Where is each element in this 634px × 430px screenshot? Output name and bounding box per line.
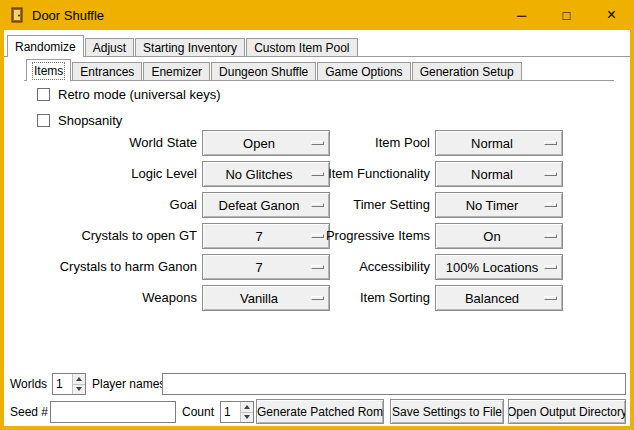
tab-entrances-label: Entrances	[80, 65, 134, 79]
progressive-items-value: On	[483, 229, 514, 244]
tab-custom-item-pool[interactable]: Custom Item Pool	[246, 38, 357, 56]
tab-entrances[interactable]: Entrances	[72, 62, 142, 80]
title-bar[interactable]: Door Shuffle ─ □ ×	[0, 0, 634, 30]
client-area: Randomize Adjust Starting Inventory Cust…	[4, 30, 630, 426]
tab-items-label: Items	[34, 64, 63, 78]
worlds-input[interactable]	[53, 374, 72, 394]
count-spin-down-button[interactable]	[241, 413, 253, 423]
dropdown-indicator-icon	[544, 172, 557, 176]
tab-starting-inventory[interactable]: Starting Inventory	[135, 38, 245, 56]
progressive-items-label: Progressive Items	[244, 223, 430, 249]
spin-up-icon	[76, 377, 82, 381]
item-sorting-label: Item Sorting	[244, 285, 430, 311]
tab-generation-setup-label: Generation Setup	[420, 65, 514, 79]
tab-game-options-label: Game Options	[325, 65, 402, 79]
secondary-notebook-border	[24, 80, 614, 81]
item-functionality-value: Normal	[471, 167, 527, 182]
spin-up-icon	[244, 405, 250, 409]
tab-adjust-label: Adjust	[93, 41, 126, 55]
seed-label: Seed #	[10, 400, 48, 424]
weapons-label: Weapons	[4, 285, 197, 311]
item-pool-value: Normal	[471, 136, 527, 151]
secondary-tabstrip: Items Entrances Enemizer Dungeon Shuffle…	[26, 59, 523, 81]
accessibility-dropdown[interactable]: 100% Locations	[435, 254, 563, 280]
goal-label: Goal	[4, 192, 197, 218]
worlds-spinbox	[52, 373, 86, 395]
tab-starting-inventory-label: Starting Inventory	[143, 41, 237, 55]
checkbox-unchecked-icon	[37, 114, 50, 127]
generate-patched-rom-label: Generate Patched Rom	[257, 405, 383, 419]
player-names-input[interactable]	[162, 373, 626, 395]
crystals-gt-label: Crystals to open GT	[4, 223, 197, 249]
spin-arrows	[240, 402, 253, 422]
logic-level-label: Logic Level	[4, 161, 197, 187]
item-sorting-dropdown[interactable]: Balanced	[435, 285, 563, 311]
tab-dungeon-shuffle[interactable]: Dungeon Shuffle	[211, 62, 316, 80]
crystals-ganon-label: Crystals to harm Ganon	[4, 254, 197, 280]
shopsanity-label: Shopsanity	[58, 113, 122, 128]
retro-mode-label: Retro mode (universal keys)	[58, 87, 221, 102]
item-pool-label: Item Pool	[244, 130, 430, 156]
retro-mode-checkbox[interactable]: Retro mode (universal keys)	[37, 86, 221, 102]
minimize-button[interactable]: ─	[499, 0, 544, 30]
tab-custom-item-pool-label: Custom Item Pool	[254, 41, 349, 55]
worlds-spin-up-button[interactable]	[73, 374, 85, 385]
accessibility-value: 100% Locations	[446, 260, 553, 275]
tab-enemizer[interactable]: Enemizer	[143, 62, 210, 80]
generate-patched-rom-button[interactable]: Generate Patched Rom	[256, 399, 384, 424]
tab-dungeon-shuffle-label: Dungeon Shuffle	[219, 65, 308, 79]
checkbox-unchecked-icon	[37, 88, 50, 101]
item-sorting-value: Balanced	[465, 291, 533, 306]
tab-enemizer-label: Enemizer	[151, 65, 202, 79]
progressive-items-dropdown[interactable]: On	[435, 223, 563, 249]
tab-randomize-label: Randomize	[15, 40, 76, 54]
app-icon	[9, 7, 25, 23]
maximize-icon: □	[563, 8, 571, 23]
accessibility-label: Accessibility	[244, 254, 430, 280]
item-functionality-label: Item Functionality	[244, 161, 430, 187]
dropdown-indicator-icon	[544, 265, 557, 269]
close-button[interactable]: ×	[589, 0, 634, 30]
open-output-directory-label: Open Output Directory	[508, 405, 626, 419]
count-input[interactable]	[221, 402, 240, 422]
world-state-label: World State	[4, 130, 197, 156]
tab-items[interactable]: Items	[26, 59, 71, 81]
tab-randomize[interactable]: Randomize	[7, 35, 84, 57]
worlds-spin-down-button[interactable]	[73, 385, 85, 395]
primary-tabstrip: Randomize Adjust Starting Inventory Cust…	[7, 35, 359, 57]
dropdown-indicator-icon	[544, 296, 557, 300]
shopsanity-checkbox[interactable]: Shopsanity	[37, 112, 122, 128]
close-icon: ×	[607, 6, 616, 24]
timer-setting-dropdown[interactable]: No Timer	[435, 192, 563, 218]
item-functionality-dropdown[interactable]: Normal	[435, 161, 563, 187]
count-spin-up-button[interactable]	[241, 402, 253, 413]
timer-setting-label: Timer Setting	[244, 192, 430, 218]
dropdown-indicator-icon	[544, 234, 557, 238]
count-spinbox	[220, 401, 254, 423]
spin-down-icon	[244, 415, 250, 419]
minimize-icon: ─	[517, 8, 526, 23]
dropdown-indicator-icon	[544, 141, 557, 145]
app-window: Door Shuffle ─ □ × Randomize Adjust Star…	[0, 0, 634, 430]
worlds-label: Worlds	[10, 373, 47, 395]
primary-notebook-border	[4, 56, 630, 57]
window-controls: ─ □ ×	[499, 0, 634, 30]
spin-down-icon	[76, 387, 82, 391]
open-output-directory-button[interactable]: Open Output Directory	[508, 399, 626, 424]
tab-game-options[interactable]: Game Options	[317, 62, 410, 80]
window-title: Door Shuffle	[32, 8, 104, 23]
save-settings-button[interactable]: Save Settings to File	[390, 399, 504, 424]
count-label: Count	[182, 400, 214, 424]
maximize-button[interactable]: □	[544, 0, 589, 30]
item-pool-dropdown[interactable]: Normal	[435, 130, 563, 156]
tab-adjust[interactable]: Adjust	[85, 38, 134, 56]
seed-input[interactable]	[50, 401, 176, 423]
dropdown-indicator-icon	[544, 203, 557, 207]
save-settings-label: Save Settings to File	[392, 405, 502, 419]
spin-arrows	[72, 374, 85, 394]
player-names-label: Player names	[92, 373, 165, 395]
tab-generation-setup[interactable]: Generation Setup	[412, 62, 522, 80]
timer-setting-value: No Timer	[466, 198, 533, 213]
